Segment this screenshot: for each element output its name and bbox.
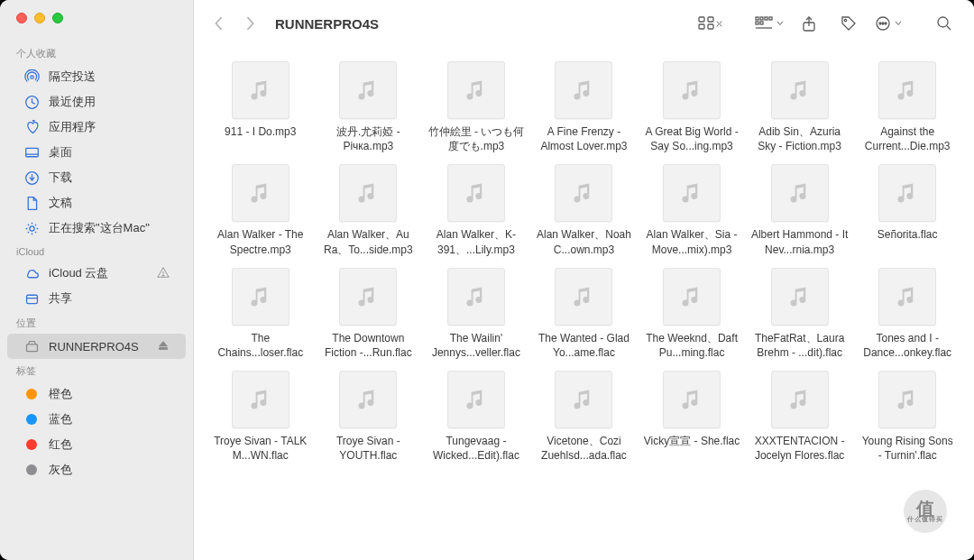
- svg-point-29: [882, 23, 884, 24]
- sidebar-trail-icon[interactable]: [157, 266, 170, 281]
- sidebar-tag[interactable]: 灰色: [7, 457, 186, 482]
- share-button[interactable]: [794, 11, 824, 36]
- file-item[interactable]: Albert Hammond - It Nev...rnia.mp3: [749, 164, 850, 256]
- svg-point-0: [30, 75, 32, 78]
- apps-icon: [23, 119, 40, 135]
- sidebar-tag[interactable]: 蓝色: [7, 407, 186, 432]
- sidebar-item[interactable]: 应用程序: [7, 115, 186, 140]
- svg-point-28: [879, 23, 881, 24]
- file-item[interactable]: Alan Walker、Au Ra、To...side.mp3: [318, 164, 419, 256]
- tag-button[interactable]: [833, 11, 864, 36]
- music-file-icon: [555, 268, 612, 326]
- svg-rect-12: [160, 347, 168, 349]
- search-button[interactable]: [929, 11, 960, 36]
- forward-button[interactable]: [239, 11, 261, 36]
- file-item[interactable]: Tones and I - Dance...onkey.flac: [857, 268, 958, 360]
- file-name: Vicky宣宣 - She.flac: [644, 434, 740, 448]
- sidebar-item[interactable]: 桌面: [7, 140, 186, 165]
- sidebar-item-label: 文稿: [49, 195, 72, 211]
- share-icon: [23, 290, 40, 307]
- sidebar-item[interactable]: 下载: [7, 165, 186, 190]
- zoom-window-button[interactable]: [52, 13, 63, 23]
- minimize-window-button[interactable]: [34, 13, 45, 23]
- file-item[interactable]: Alan Walker - The Spectre.mp3: [210, 164, 311, 256]
- close-window-button[interactable]: [16, 13, 27, 23]
- sidebar-item[interactable]: 隔空投送: [7, 64, 186, 89]
- tag-dot-icon: [26, 389, 37, 399]
- sidebar-item[interactable]: 最近使用: [7, 89, 186, 115]
- music-file-icon: [663, 371, 721, 428]
- file-item[interactable]: Against the Current...Die.mp3: [857, 61, 958, 153]
- view-icon-button[interactable]: [694, 11, 725, 36]
- group-by-button[interactable]: [754, 11, 785, 36]
- file-name: Señorita.flac: [878, 227, 938, 242]
- tag-label: 橙色: [49, 386, 72, 402]
- file-name: Troye Sivan - YOUTH.flac: [319, 434, 417, 463]
- file-item[interactable]: Alan Walker、Noah C...own.mp3: [534, 164, 635, 256]
- file-item[interactable]: Troye Sivan - YOUTH.flac: [318, 371, 419, 463]
- music-file-icon: [447, 61, 505, 119]
- music-file-icon: [663, 268, 721, 326]
- file-item[interactable]: Señorita.flac: [857, 164, 958, 256]
- files-grid[interactable]: 911 - I Do.mp3波丹.尤莉婭 - Річка.mp3竹仲絵里 - い…: [194, 47, 974, 560]
- music-file-icon: [339, 61, 397, 119]
- file-item[interactable]: The Wailin' Jennys...veller.flac: [426, 268, 527, 360]
- sidebar-trail-icon[interactable]: [157, 339, 170, 354]
- svg-point-31: [938, 17, 948, 27]
- file-item[interactable]: TheFatRat、Laura Brehm - ...dit).flac: [749, 268, 850, 360]
- file-name: A Fine Frenzy - Almost Lover.mp3: [535, 124, 632, 153]
- svg-line-32: [947, 26, 951, 30]
- sidebar-item-label: 桌面: [49, 144, 72, 161]
- svg-point-30: [885, 23, 887, 24]
- file-item[interactable]: Alan Walker、K-391、...Lily.mp3: [426, 164, 527, 256]
- file-name: Alan Walker、Noah C...own.mp3: [535, 227, 632, 256]
- file-name: Albert Hammond - It Nev...rnia.mp3: [751, 227, 849, 256]
- music-file-icon: [771, 371, 829, 428]
- clock-icon: [23, 94, 40, 110]
- file-item[interactable]: 911 - I Do.mp3: [210, 61, 311, 153]
- file-item[interactable]: The Wanted - Glad Yo...ame.flac: [534, 268, 635, 360]
- sidebar-section-header: 标签: [0, 359, 193, 381]
- sidebar-item[interactable]: RUNNERPRO4S: [7, 334, 186, 359]
- file-name: 波丹.尤莉婭 - Річка.mp3: [319, 124, 417, 153]
- action-button[interactable]: [873, 11, 904, 36]
- sidebar: 个人收藏隔空投送最近使用应用程序桌面下载文稿正在搜索"这台Mac"iCloudi…: [0, 0, 194, 560]
- music-file-icon: [232, 268, 289, 326]
- sidebar-tag[interactable]: 红色: [7, 432, 186, 457]
- music-file-icon: [232, 371, 289, 428]
- file-item[interactable]: A Great Big World - Say So...ing.mp3: [641, 61, 742, 153]
- sidebar-section-header: iCloud: [0, 241, 193, 261]
- sidebar-item[interactable]: 共享: [7, 286, 186, 311]
- file-item[interactable]: Troye Sivan - TALK M...WN.flac: [210, 371, 311, 463]
- file-item[interactable]: Tungevaag - Wicked...Edit).flac: [426, 371, 527, 463]
- cloud-icon: [23, 265, 40, 281]
- music-file-icon: [339, 164, 397, 222]
- file-item[interactable]: Young Rising Sons - Turnin'.flac: [857, 371, 958, 463]
- file-item[interactable]: The Weeknd、Daft Pu...ming.flac: [641, 268, 742, 360]
- music-file-icon: [878, 164, 936, 222]
- music-file-icon: [555, 371, 612, 428]
- svg-rect-20: [769, 17, 772, 20]
- back-button[interactable]: [208, 11, 230, 36]
- file-item[interactable]: 波丹.尤莉婭 - Річка.mp3: [318, 61, 419, 153]
- file-item[interactable]: A Fine Frenzy - Almost Lover.mp3: [534, 61, 635, 153]
- file-item[interactable]: 竹仲絵里 - いつも何度でも.mp3: [426, 61, 527, 153]
- file-item[interactable]: Vicky宣宣 - She.flac: [641, 371, 742, 463]
- sidebar-item[interactable]: 文稿: [7, 190, 186, 216]
- music-file-icon: [339, 371, 397, 428]
- music-file-icon: [339, 268, 397, 326]
- file-item[interactable]: Vicetone、Cozi Zuehlsd...ada.flac: [534, 371, 635, 463]
- file-item[interactable]: The Chains...loser.flac: [210, 268, 311, 360]
- sidebar-tag[interactable]: 橙色: [7, 381, 186, 407]
- file-item[interactable]: XXXTENTACION - Jocelyn Flores.flac: [749, 371, 850, 463]
- file-item[interactable]: Adib Sin、Azuria Sky - Fiction.mp3: [749, 61, 850, 153]
- svg-rect-18: [760, 17, 763, 20]
- sidebar-section-header: 个人收藏: [0, 41, 193, 64]
- sidebar-item[interactable]: iCloud 云盘: [7, 261, 186, 286]
- sidebar-item[interactable]: 正在搜索"这台Mac": [7, 216, 186, 241]
- tag-dot-icon: [26, 414, 37, 425]
- file-item[interactable]: The Downtown Fiction -...Run.flac: [318, 268, 419, 360]
- music-file-icon: [663, 61, 721, 119]
- file-item[interactable]: Alan Walker、Sia - Move...mix).mp3: [641, 164, 742, 256]
- svg-rect-15: [699, 24, 704, 29]
